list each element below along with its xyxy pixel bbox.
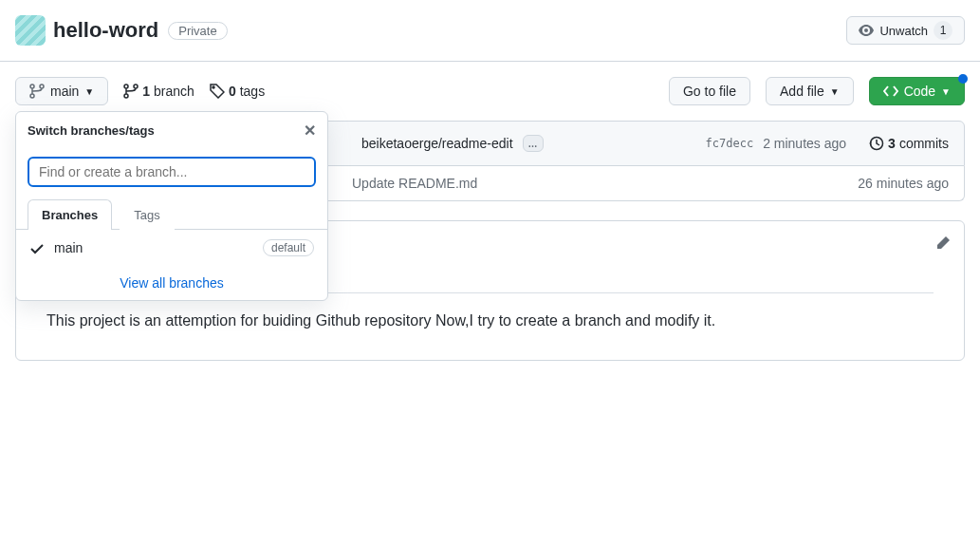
- branch-select-button[interactable]: main ▼: [15, 77, 108, 105]
- commit-time[interactable]: 2 minutes ago: [763, 136, 846, 151]
- svg-point-0: [213, 86, 214, 88]
- chevron-down-icon: ▼: [830, 86, 840, 97]
- chevron-down-icon: ▼: [84, 86, 94, 97]
- check-icon: [29, 239, 45, 255]
- code-label: Code: [904, 84, 935, 99]
- unwatch-button[interactable]: Unwatch 1: [846, 16, 965, 45]
- file-commit-message: Update README.md: [352, 176, 477, 191]
- file-commit-time: 26 minutes ago: [858, 176, 949, 191]
- tab-branches[interactable]: Branches: [28, 199, 112, 230]
- close-icon[interactable]: ✕: [304, 122, 316, 140]
- repo-name[interactable]: hello-word: [53, 18, 158, 43]
- commits-label: commits: [899, 136, 949, 151]
- branch-name: main: [54, 240, 83, 255]
- commits-count: 3: [888, 136, 896, 151]
- add-file-label: Add file: [780, 84, 824, 99]
- code-button[interactable]: Code ▼: [869, 77, 965, 105]
- branch-icon: [123, 84, 139, 99]
- eye-icon: [859, 23, 874, 38]
- more-commits-icon[interactable]: …: [523, 135, 544, 152]
- commits-history-link[interactable]: 3 commits: [869, 136, 949, 151]
- tags-link[interactable]: 0 tags: [210, 84, 265, 99]
- view-all-branches-link[interactable]: View all branches: [16, 266, 327, 300]
- edit-readme-button[interactable]: [935, 235, 951, 251]
- watch-count-badge: 1: [934, 21, 952, 40]
- branch-search-input[interactable]: [28, 157, 316, 187]
- watch-label: Unwatch: [879, 24, 928, 38]
- history-icon: [869, 136, 884, 151]
- default-branch-badge: default: [263, 239, 314, 256]
- branches-count: 1: [142, 84, 150, 99]
- commit-message[interactable]: beiketaoerge/readme-edit: [361, 136, 513, 151]
- repo-avatar: [15, 15, 46, 46]
- tab-tags[interactable]: Tags: [120, 199, 174, 230]
- pencil-icon: [935, 235, 951, 251]
- current-branch-label: main: [50, 84, 79, 99]
- readme-body: This project is an attemption for buidin…: [46, 309, 934, 333]
- branch-switch-popover: Switch branches/tags ✕ Branches Tags mai…: [15, 111, 328, 301]
- popover-title: Switch branches/tags: [28, 123, 155, 138]
- chevron-down-icon: ▼: [941, 86, 951, 97]
- branch-icon: [29, 84, 45, 99]
- notification-dot-icon: [958, 74, 968, 84]
- branches-label: branch: [154, 84, 194, 99]
- code-icon: [883, 84, 898, 99]
- tags-count: 0: [229, 84, 236, 99]
- branch-list-item[interactable]: main default: [16, 230, 327, 266]
- tag-icon: [210, 84, 225, 99]
- tags-label: tags: [240, 84, 265, 99]
- go-to-file-button[interactable]: Go to file: [669, 77, 750, 105]
- visibility-badge: Private: [168, 22, 227, 40]
- branches-link[interactable]: 1 branch: [123, 84, 194, 99]
- add-file-button[interactable]: Add file ▼: [766, 77, 854, 105]
- commit-hash[interactable]: fc7decc: [706, 137, 754, 150]
